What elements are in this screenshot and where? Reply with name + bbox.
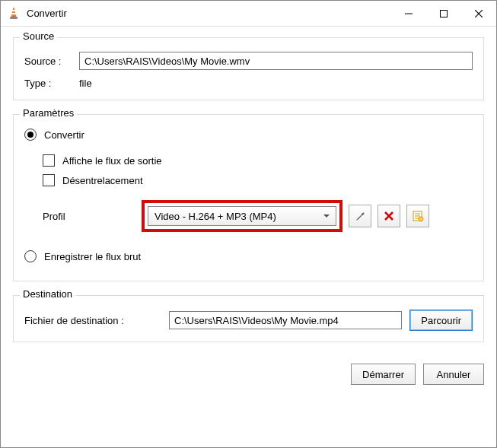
source-group: Source Source : Type : file bbox=[13, 37, 484, 100]
dest-file-label: Fichier de destination : bbox=[24, 315, 169, 326]
profile-value: Video - H.264 + MP3 (MP4) bbox=[155, 211, 276, 222]
new-profile-icon bbox=[412, 210, 424, 222]
type-value: file bbox=[79, 78, 92, 89]
edit-profile-button[interactable] bbox=[349, 205, 371, 227]
maximize-button[interactable] bbox=[426, 1, 461, 26]
type-label: Type : bbox=[24, 78, 79, 89]
source-label: Source : bbox=[24, 56, 79, 67]
dump-raw-radio-row[interactable]: Enregistrer le flux brut bbox=[24, 250, 473, 262]
dialog-content: Source Source : Type : file Paramètres C… bbox=[1, 27, 496, 364]
titlebar: Convertir bbox=[1, 1, 496, 27]
deinterlace-check-row[interactable]: Désentrelacement bbox=[43, 174, 473, 186]
svg-rect-2 bbox=[10, 17, 18, 19]
profile-row: Profil Video - H.264 + MP3 (MP4) bbox=[43, 200, 473, 232]
params-group: Paramètres Convertir Affiche le flux de … bbox=[13, 114, 484, 281]
dest-file-input[interactable] bbox=[169, 311, 402, 329]
source-group-title: Source bbox=[20, 30, 57, 42]
minimize-button[interactable] bbox=[391, 1, 426, 26]
window-buttons bbox=[391, 1, 496, 26]
svg-rect-0 bbox=[12, 10, 15, 11]
show-output-label: Affiche le flux de sortie bbox=[62, 155, 162, 167]
chevron-down-icon bbox=[323, 214, 330, 218]
close-button[interactable] bbox=[461, 1, 496, 26]
wrench-icon bbox=[354, 210, 366, 222]
convert-radio[interactable] bbox=[24, 129, 37, 141]
svg-point-13 bbox=[419, 217, 423, 221]
dump-raw-label: Enregistrer le flux brut bbox=[44, 251, 141, 262]
window-title: Convertir bbox=[27, 8, 67, 19]
svg-rect-4 bbox=[441, 10, 448, 17]
profile-label: Profil bbox=[43, 211, 142, 222]
new-profile-button[interactable] bbox=[406, 205, 429, 227]
show-output-checkbox[interactable] bbox=[43, 154, 55, 167]
params-group-title: Paramètres bbox=[20, 107, 77, 119]
convert-radio-label: Convertir bbox=[44, 129, 84, 141]
profile-select-highlight: Video - H.264 + MP3 (MP4) bbox=[142, 200, 342, 232]
destination-group: Destination Fichier de destination : Par… bbox=[13, 295, 484, 342]
delete-profile-button[interactable] bbox=[378, 205, 400, 227]
vlc-app-icon bbox=[7, 7, 21, 21]
destination-group-title: Destination bbox=[20, 288, 75, 300]
convert-radio-row[interactable]: Convertir bbox=[24, 129, 473, 141]
start-button[interactable]: Démarrer bbox=[351, 364, 416, 385]
browse-button[interactable]: Parcourir bbox=[409, 310, 473, 331]
cancel-button[interactable]: Annuler bbox=[423, 364, 484, 385]
delete-icon bbox=[384, 211, 394, 221]
deinterlace-label: Désentrelacement bbox=[62, 175, 143, 186]
dialog-footer: Démarrer Annuler bbox=[1, 364, 496, 392]
dump-raw-radio[interactable] bbox=[24, 250, 37, 262]
deinterlace-checkbox[interactable] bbox=[43, 174, 55, 186]
show-output-check-row[interactable]: Affiche le flux de sortie bbox=[43, 154, 473, 167]
svg-rect-1 bbox=[11, 13, 16, 14]
profile-select[interactable]: Video - H.264 + MP3 (MP4) bbox=[148, 206, 336, 226]
source-input[interactable] bbox=[79, 52, 473, 70]
